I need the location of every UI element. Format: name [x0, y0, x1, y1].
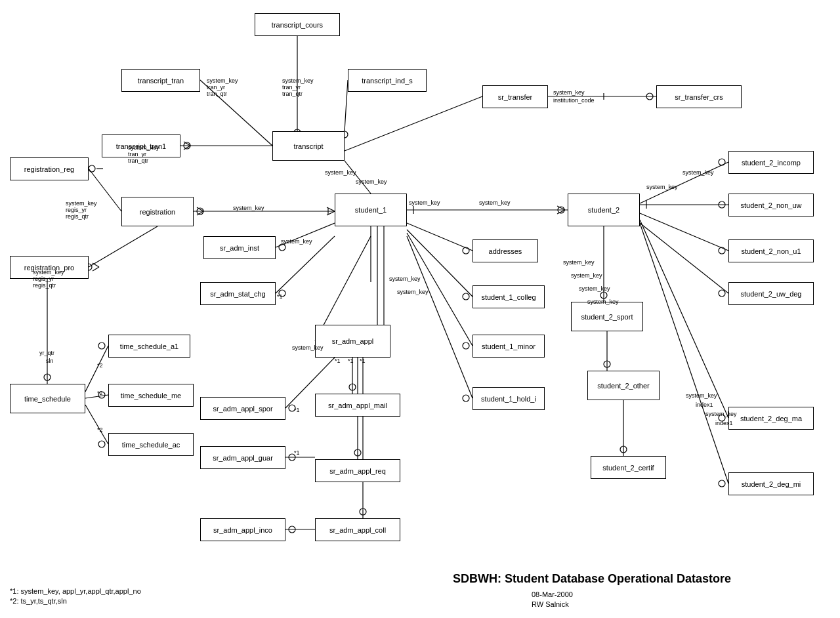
entity-sr-transfer-crs: sr_transfer_crs [656, 85, 742, 108]
label-tran-qtr1: tran_qtr [207, 91, 227, 97]
svg-line-59 [93, 263, 99, 267]
label-ind-key: system_key [282, 77, 314, 84]
label-s2certif-idx1: index1 [696, 402, 713, 408]
svg-point-50 [463, 342, 469, 349]
label-rpro-key: system_key [33, 269, 64, 276]
entity-student-2-non-uw: student_2_non_uw [728, 194, 814, 216]
svg-line-67 [85, 405, 108, 444]
svg-line-32 [640, 162, 728, 203]
svg-line-15 [184, 146, 190, 150]
entity-student-2-deg-ma: student_2_deg_ma [728, 407, 814, 430]
label-s2sport-key3: system_key [579, 285, 610, 292]
svg-point-38 [719, 247, 725, 254]
entity-sr-adm-appl: sr_adm_appl [315, 325, 390, 358]
label-reg-key: system_key [66, 200, 97, 207]
svg-point-74 [349, 384, 356, 390]
label-s2-syskey: system_key [479, 199, 511, 206]
label-ts-sln: sln [46, 358, 54, 364]
svg-point-64 [98, 342, 105, 349]
entity-registration-reg: registration_reg [10, 157, 89, 180]
svg-point-54 [279, 244, 285, 251]
svg-line-25 [327, 211, 335, 215]
svg-point-35 [719, 201, 725, 208]
label-star2-a: *2 [97, 362, 103, 369]
svg-point-84 [600, 292, 607, 299]
entity-student-1-hold-i: student_1_hold_i [472, 387, 545, 410]
label-rpro-yr: regis_yr [33, 276, 54, 282]
svg-line-22 [197, 207, 203, 211]
entity-transcript: transcript [272, 131, 345, 161]
entity-student-1-minor: student_1_minor [472, 335, 545, 358]
svg-line-51 [407, 236, 472, 398]
entity-student-2-sport: student_2_sport [571, 302, 643, 331]
label-s2sport-key4: system_key [587, 299, 619, 305]
label-tran-yr1: tran_yr [207, 84, 225, 91]
entity-sr-adm-inst: sr_adm_inst [203, 236, 276, 259]
label-tran1-key: system_key [128, 144, 159, 151]
label-star2-c: *2 [97, 426, 103, 433]
svg-line-57 [89, 226, 158, 267]
entity-sr-adm-appl-guar: sr_adm_appl_guar [200, 446, 285, 469]
svg-point-48 [463, 293, 469, 300]
svg-point-82 [289, 526, 295, 533]
svg-point-68 [98, 441, 105, 447]
label-s2certif-key2: system_key [705, 411, 737, 417]
entity-transcript-ind-s: transcript_ind_s [348, 69, 427, 92]
svg-line-89 [345, 96, 482, 151]
svg-line-37 [640, 213, 728, 251]
label-guar-star1: *1 [294, 449, 300, 456]
svg-line-31 [557, 210, 565, 214]
label-srt-inst: institution_code [553, 97, 595, 104]
svg-point-44 [719, 480, 725, 487]
footnote1: *1: system_key, appl_yr,appl_qtr,appl_no [10, 587, 141, 595]
entity-student-2-other: student_2_other [587, 371, 660, 400]
svg-line-39 [640, 223, 728, 293]
label-srapp-star1c: *1 [360, 358, 366, 364]
svg-line-14 [184, 142, 190, 146]
label-s1-syskey-v1: system_key [389, 276, 421, 282]
label-ts-yr: yr_qtr [39, 350, 54, 356]
svg-line-45 [407, 223, 472, 251]
entity-student-2-incomp: student_2_incomp [728, 151, 814, 174]
svg-point-29 [558, 207, 564, 213]
label-ind-yr: tran_yr [282, 84, 301, 91]
label-srapp-key1: system_key [292, 344, 324, 351]
label-s1-syskey3: system_key [409, 199, 440, 206]
label-trans-syskey: system_key [325, 169, 356, 176]
entity-registration: registration [121, 197, 194, 226]
entity-addresses: addresses [472, 239, 538, 262]
entity-time-schedule: time_schedule [10, 384, 85, 413]
entity-sr-adm-appl-mail: sr_adm_appl_mail [315, 394, 400, 417]
svg-point-21 [197, 208, 203, 215]
svg-line-60 [93, 267, 99, 271]
label-s2certif-idx2: index1 [715, 420, 733, 426]
entity-time-schedule-a1: time_schedule_a1 [108, 335, 190, 358]
entity-transcript-cours: transcript_cours [255, 13, 340, 36]
svg-point-86 [604, 361, 610, 367]
svg-point-76 [354, 449, 361, 456]
label-s1-syskey-v2: system_key [397, 289, 429, 295]
label-tran1-qtr: tran_qtr [128, 157, 148, 164]
svg-line-47 [407, 230, 472, 297]
label-s2-right-key: system_key [646, 184, 678, 190]
entity-sr-adm-stat-chg: sr_adm_stat_chg [200, 282, 276, 305]
label-sas-star1: *1 [277, 293, 283, 300]
label-tran1-yr: tran_yr [128, 151, 146, 157]
svg-point-78 [360, 508, 366, 515]
entity-sr-transfer: sr_transfer [482, 85, 548, 108]
svg-line-63 [85, 346, 108, 392]
svg-point-13 [184, 142, 190, 149]
svg-line-55 [276, 236, 335, 293]
svg-line-30 [557, 206, 565, 210]
label-s1-syskey2: system_key [356, 178, 387, 185]
label-s2certif-key1: system_key [686, 392, 717, 399]
label-s2sport-key1: system_key [563, 259, 595, 266]
diagram-title: SDBWH: Student Database Operational Data… [453, 572, 731, 586]
label-reg-s1-key: system_key [233, 205, 264, 211]
entity-student-2-deg-mi: student_2_deg_mi [728, 472, 814, 495]
svg-point-52 [463, 395, 469, 402]
svg-point-46 [463, 247, 469, 254]
svg-point-40 [719, 290, 725, 297]
entity-sr-adm-appl-req: sr_adm_appl_req [315, 459, 400, 482]
label-reg-qtr: regis_qtr [66, 213, 89, 220]
